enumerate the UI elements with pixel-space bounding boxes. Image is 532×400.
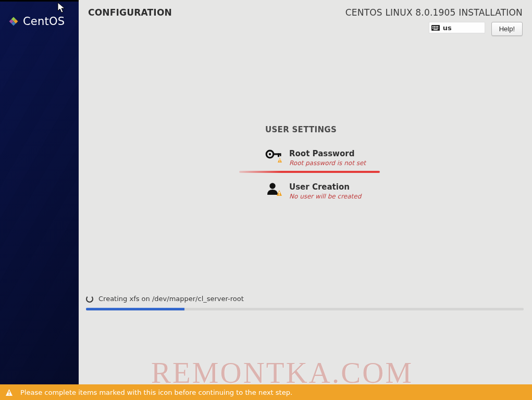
svg-rect-9 [432, 28, 434, 29]
svg-rect-17 [278, 153, 279, 157]
key-warning-icon [265, 149, 282, 162]
progress-text: Creating xfs on /dev/mapper/cl_server-ro… [98, 295, 244, 303]
svg-rect-24 [279, 192, 280, 194]
user-creation-status: No user will be created [289, 193, 361, 200]
warning-bar: Please complete items marked with this i… [0, 384, 532, 400]
svg-rect-28 [9, 394, 10, 395]
keyboard-layout-selector[interactable]: us [429, 22, 485, 33]
svg-point-15 [269, 153, 271, 155]
distro-name: CentOS [23, 15, 65, 28]
header: CONFIGURATION CENTOS LINUX 8.0.1905 INST… [79, 0, 532, 36]
warning-triangle-icon [5, 389, 13, 396]
user-settings-heading: USER SETTINGS [265, 125, 532, 134]
svg-rect-21 [279, 161, 280, 162]
user-warning-icon [265, 182, 282, 196]
warning-message: Please complete items marked with this i… [20, 389, 292, 396]
progress-bar [86, 308, 524, 310]
svg-rect-6 [434, 26, 435, 27]
svg-rect-16 [273, 153, 281, 155]
installation-title: CENTOS LINUX 8.0.1905 INSTALLATION [345, 7, 523, 18]
page-title: CONFIGURATION [88, 7, 172, 36]
svg-rect-5 [432, 26, 434, 27]
spinner-icon [86, 295, 93, 303]
svg-rect-7 [436, 26, 437, 27]
svg-rect-20 [279, 159, 280, 161]
svg-rect-12 [437, 28, 438, 29]
keyboard-layout-label: us [443, 24, 452, 32]
sidebar-top-strip [0, 0, 79, 2]
svg-rect-11 [436, 28, 437, 29]
root-password-spoke[interactable]: Root Password Root password is not set [265, 149, 369, 167]
root-password-status: Root password is not set [289, 159, 366, 167]
progress-area: Creating xfs on /dev/mapper/cl_server-ro… [86, 295, 524, 310]
svg-rect-18 [280, 153, 281, 156]
svg-rect-13 [434, 29, 438, 30]
header-right: CENTOS LINUX 8.0.1905 INSTALLATION us He… [345, 7, 523, 36]
svg-rect-25 [279, 194, 280, 195]
keyboard-icon [431, 25, 440, 31]
spokes-area: USER SETTINGS Root Password Root passwor… [79, 125, 532, 200]
help-button[interactable]: Help! [491, 22, 523, 36]
svg-rect-10 [434, 28, 435, 29]
svg-rect-8 [437, 26, 438, 27]
centos-logo-icon [7, 15, 20, 28]
main-area: CONFIGURATION CENTOS LINUX 8.0.1905 INST… [79, 0, 532, 400]
user-creation-title: User Creation [289, 182, 361, 192]
user-creation-spoke[interactable]: User Creation No user will be created [265, 182, 369, 200]
sidebar: CentOS [0, 0, 79, 400]
svg-rect-27 [9, 391, 10, 393]
root-password-underline [239, 171, 380, 173]
root-password-title: Root Password [289, 149, 366, 158]
progress-fill [86, 308, 184, 310]
distro-logo: CentOS [7, 15, 79, 28]
svg-point-22 [269, 183, 275, 189]
